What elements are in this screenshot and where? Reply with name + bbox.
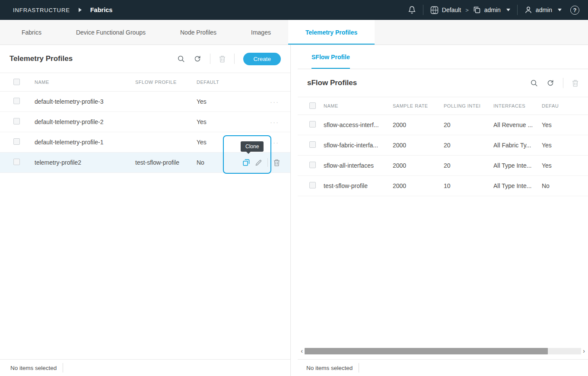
row-checkbox[interactable] bbox=[13, 98, 20, 104]
cell-polling-interval: 20 bbox=[444, 121, 493, 128]
cell-default: Yes bbox=[197, 98, 235, 105]
tab-sflow-profile[interactable]: SFlow Profile bbox=[311, 45, 350, 69]
sflow-panel-header: sFlow Profiles bbox=[298, 69, 588, 97]
divider bbox=[210, 54, 210, 64]
cell-polling-interval: 20 bbox=[444, 142, 493, 149]
notifications-bell-button[interactable] bbox=[408, 6, 416, 14]
table-row[interactable]: sflow-all-interfaces 2000 20 All Type In… bbox=[298, 156, 588, 176]
column-header-polling-interval: POLLING INTEI bbox=[444, 103, 493, 108]
clone-tooltip: Clone bbox=[241, 141, 264, 152]
column-header-default: DEFAULT bbox=[197, 80, 235, 85]
detail-tab-bar: SFlow Profile bbox=[298, 45, 588, 69]
delete-icon[interactable] bbox=[572, 80, 578, 87]
cell-sflow-profile: test-sflow-profile bbox=[135, 159, 197, 166]
top-nav-bar: INFRASTRUCTURE Fabrics Default > bbox=[0, 0, 588, 20]
search-icon[interactable] bbox=[530, 79, 538, 87]
table-row[interactable]: sflow-fabric-interfa... 2000 20 All Fabr… bbox=[298, 135, 588, 156]
table-row[interactable]: default-telemetry-profile-3 Yes ··· bbox=[0, 92, 290, 112]
horizontal-scrollbar[interactable]: ‹ › bbox=[298, 348, 588, 354]
breadcrumb-section[interactable]: INFRASTRUCTURE bbox=[13, 7, 70, 13]
delete-icon[interactable] bbox=[273, 159, 280, 166]
cell-interfaces: All Type Inte... bbox=[493, 182, 542, 189]
column-header-interfaces: INTERFACES bbox=[493, 103, 542, 108]
search-icon[interactable] bbox=[177, 55, 185, 63]
selection-status-text: No items selected bbox=[10, 365, 57, 371]
row-checkbox[interactable] bbox=[13, 118, 20, 124]
table-row[interactable]: default-telemetry-profile-2 Yes ··· bbox=[0, 112, 290, 132]
tab-device-functional-groups[interactable]: Device Functional Groups bbox=[59, 20, 163, 45]
sflow-toolbar bbox=[521, 78, 578, 88]
selection-status-bar: No items selected bbox=[298, 359, 588, 376]
cell-interfaces: All Fabric Ty... bbox=[493, 142, 542, 149]
cell-default: Yes bbox=[197, 118, 235, 125]
divider bbox=[267, 158, 268, 167]
table-row[interactable]: test-sflow-profile 2000 10 All Type Inte… bbox=[298, 176, 588, 196]
refresh-icon[interactable] bbox=[547, 79, 554, 87]
column-header-name: NAME bbox=[324, 103, 393, 108]
row-checkbox[interactable] bbox=[309, 182, 316, 188]
row-checkbox[interactable] bbox=[309, 162, 316, 168]
refresh-icon[interactable] bbox=[194, 55, 201, 63]
cell-sample-rate: 2000 bbox=[393, 121, 444, 128]
row-checkbox[interactable] bbox=[13, 159, 20, 165]
scroll-right-arrow[interactable]: › bbox=[581, 348, 587, 354]
scope-label: Default bbox=[442, 6, 461, 13]
tab-fabrics[interactable]: Fabrics bbox=[4, 20, 59, 45]
cluster-label: admin bbox=[484, 6, 501, 13]
clone-icon[interactable] bbox=[243, 159, 250, 166]
create-button[interactable]: Create bbox=[243, 53, 281, 65]
cell-default: Yes bbox=[542, 121, 579, 128]
divider bbox=[517, 5, 518, 15]
scope-selector[interactable]: Default bbox=[430, 6, 461, 14]
column-header-sample-rate: SAMPLE RATE bbox=[393, 103, 444, 108]
column-header-sflow-profile: SFLOW PROFILE bbox=[135, 80, 197, 85]
panel-title: sFlow Profiles bbox=[307, 79, 357, 87]
user-menu[interactable]: admin bbox=[524, 6, 562, 14]
telemetry-profiles-panel: Telemetry Profiles Create bbox=[0, 45, 291, 376]
fabric-globe-icon bbox=[430, 6, 439, 14]
edit-pencil-icon[interactable] bbox=[255, 159, 262, 166]
row-checkbox[interactable] bbox=[13, 138, 20, 145]
tab-node-profiles[interactable]: Node Profiles bbox=[163, 20, 234, 45]
cell-interfaces: All Type Inte... bbox=[493, 162, 542, 169]
user-icon bbox=[524, 6, 532, 14]
divider bbox=[563, 78, 563, 88]
table-row[interactable]: sflow-access-interf... 2000 20 All Reven… bbox=[298, 115, 588, 135]
telemetry-toolbar: Create bbox=[168, 53, 281, 65]
select-all-checkbox[interactable] bbox=[309, 102, 316, 109]
cell-default: Yes bbox=[197, 139, 235, 146]
cell-interfaces: All Revenue ... bbox=[493, 121, 542, 128]
cell-name: test-sflow-profile bbox=[324, 182, 393, 189]
page-title: Fabrics bbox=[90, 6, 113, 13]
scroll-left-arrow[interactable]: ‹ bbox=[299, 348, 305, 354]
telemetry-panel-header: Telemetry Profiles Create bbox=[0, 45, 290, 73]
cell-polling-interval: 20 bbox=[444, 162, 493, 169]
chevron-down-icon bbox=[558, 9, 562, 11]
section-tab-bar: Fabrics Device Functional Groups Node Pr… bbox=[0, 20, 588, 45]
table-header-row: NAME SAMPLE RATE POLLING INTEI INTERFACE… bbox=[298, 97, 588, 115]
selection-status-bar: No items selected bbox=[0, 359, 290, 376]
cell-sample-rate: 2000 bbox=[393, 142, 444, 149]
divider bbox=[63, 363, 63, 373]
row-actions-menu[interactable]: ··· bbox=[270, 139, 280, 146]
tab-telemetry-profiles[interactable]: Telemetry Profiles bbox=[288, 20, 375, 45]
user-label: admin bbox=[536, 6, 552, 13]
help-button[interactable]: ? bbox=[570, 6, 579, 15]
row-checkbox[interactable] bbox=[309, 121, 316, 127]
column-header-default: DEFAU bbox=[542, 103, 579, 108]
row-checkbox[interactable] bbox=[309, 141, 316, 148]
scope-separator: > bbox=[465, 7, 469, 13]
scrollbar-track[interactable] bbox=[305, 348, 581, 354]
row-actions-menu[interactable]: ··· bbox=[270, 98, 280, 105]
cell-default: No bbox=[542, 182, 579, 189]
cell-default: Yes bbox=[542, 162, 579, 169]
row-actions-menu[interactable]: ··· bbox=[270, 118, 280, 126]
scrollbar-thumb[interactable] bbox=[305, 348, 548, 354]
breadcrumb: INFRASTRUCTURE Fabrics bbox=[13, 6, 112, 13]
select-all-checkbox[interactable] bbox=[13, 79, 20, 85]
cluster-selector[interactable]: admin bbox=[473, 6, 510, 14]
table-header-row: NAME SFLOW PROFILE DEFAULT bbox=[0, 73, 290, 92]
cell-polling-interval: 10 bbox=[444, 182, 493, 189]
delete-icon[interactable] bbox=[219, 55, 226, 63]
tab-images[interactable]: Images bbox=[234, 20, 288, 45]
